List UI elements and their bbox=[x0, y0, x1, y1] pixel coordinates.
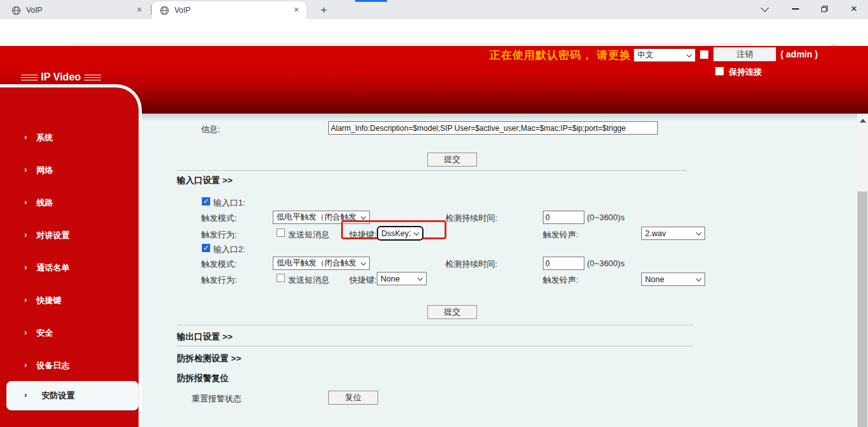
tab-title: VoIP bbox=[174, 6, 291, 15]
info-input[interactable] bbox=[328, 121, 658, 135]
globe-icon bbox=[160, 6, 169, 15]
sidebar-item-call-list[interactable]: ›通话名单 bbox=[0, 262, 139, 274]
sidebar-item-label: 通话名单 bbox=[36, 262, 70, 274]
tab-separator bbox=[151, 4, 151, 15]
chevron-down-icon bbox=[361, 260, 366, 265]
window-restore-button[interactable] bbox=[812, 0, 837, 18]
sidebar-item-label: 快捷键 bbox=[36, 295, 61, 306]
logged-in-user: ( admin ) bbox=[780, 49, 818, 59]
tab-close-icon[interactable]: × bbox=[134, 5, 144, 15]
tab-close-icon[interactable]: × bbox=[291, 5, 301, 15]
webpage: 正在使用默认密码， 请更换 中文 注销 ( admin ) 保持连接 IP Vi… bbox=[0, 46, 868, 427]
submit-button[interactable]: 提交 bbox=[427, 153, 477, 167]
duration-label: 检测持续时间: bbox=[445, 258, 498, 270]
chevron-down-icon bbox=[414, 230, 419, 235]
section-divider bbox=[177, 346, 693, 347]
keep-connected-label: 保持连接 bbox=[729, 66, 762, 78]
info-label: 信息: bbox=[201, 124, 220, 135]
chevron-down-icon bbox=[418, 275, 423, 280]
tab-voip-2-active[interactable]: VoIP × bbox=[152, 1, 307, 19]
send-sms-label: 发送短消息 bbox=[288, 229, 330, 241]
page-scrollbar[interactable] bbox=[857, 114, 868, 427]
scrollbar-thumb[interactable] bbox=[858, 191, 867, 427]
tamper-detection-section-title[interactable]: 防拆检测设置 >> bbox=[177, 353, 241, 364]
hotkey-select-port1[interactable]: DssKey1 bbox=[377, 226, 423, 241]
restore-icon bbox=[821, 6, 828, 12]
ring-value: None bbox=[645, 275, 664, 284]
header-checkbox[interactable] bbox=[700, 50, 708, 59]
submit-button[interactable]: 提交 bbox=[427, 305, 477, 319]
trigger-ring-select-port2[interactable]: None bbox=[641, 273, 705, 286]
main-content: 信息: 提交 输入口设置 >> ✓ 输入口1: 触发模式: 低电平触发（闭合触发… bbox=[142, 114, 868, 427]
sidebar-item-label: 网络 bbox=[36, 165, 53, 176]
duration-input-port2[interactable] bbox=[543, 257, 584, 270]
trigger-mode-label: 触发模式: bbox=[201, 258, 237, 270]
tab-search-chevron-button[interactable] bbox=[752, 0, 777, 18]
chevron-right-icon: › bbox=[24, 165, 27, 174]
sidebar-item-network[interactable]: ›网络 bbox=[0, 164, 139, 177]
logo-line1: IP Video bbox=[41, 71, 81, 83]
window-close-button[interactable]: × bbox=[841, 0, 867, 18]
duration-range: (0~3600)s bbox=[587, 213, 625, 222]
chevron-right-icon: › bbox=[24, 132, 27, 142]
input-port1-checkbox[interactable]: ✓ bbox=[202, 197, 210, 206]
trigger-ring-label: 触发铃声: bbox=[543, 274, 579, 286]
send-sms-checkbox-port1[interactable] bbox=[277, 228, 285, 237]
logo-stripes bbox=[21, 75, 38, 80]
duration-input-port1[interactable] bbox=[543, 211, 584, 224]
default-password-warning: 正在使用默认密码， 请更换 bbox=[489, 48, 631, 63]
sidebar-item-label: 设备日志 bbox=[36, 360, 70, 371]
hotkey-value: None bbox=[381, 274, 400, 283]
new-tab-button[interactable]: + bbox=[316, 3, 332, 18]
ring-value: 2.wav bbox=[645, 229, 666, 238]
reset-button[interactable]: 复位 bbox=[328, 391, 378, 405]
language-select-value: 中文 bbox=[637, 50, 653, 61]
chevron-right-icon: › bbox=[24, 230, 27, 239]
language-select[interactable]: 中文 bbox=[634, 49, 696, 62]
reset-alarm-status-label: 重置报警状态 bbox=[192, 393, 241, 405]
sidebar-item-label: 安防设置 bbox=[42, 390, 75, 401]
hotkey-label: 快捷键: bbox=[349, 229, 377, 241]
globe-icon bbox=[11, 6, 21, 15]
trigger-ring-select-port1[interactable]: 2.wav bbox=[641, 227, 705, 240]
trigger-mode-value: 低电平触发（闭合触发） bbox=[277, 258, 358, 269]
sidebar-item-line[interactable]: ›线路 bbox=[0, 197, 139, 209]
hotkey-label: 快捷键: bbox=[349, 274, 377, 286]
chevron-right-icon: › bbox=[24, 295, 27, 304]
tamper-alarm-reset-title: 防拆报警复位 bbox=[177, 373, 229, 384]
window-minimize-button[interactable] bbox=[782, 0, 808, 18]
sidebar-item-system[interactable]: ›系统 bbox=[0, 131, 139, 144]
sidebar-item-device-log[interactable]: ›设备日志 bbox=[0, 359, 139, 372]
sidebar-item-function-key[interactable]: ›快捷键 bbox=[0, 294, 139, 307]
chevron-right-icon: › bbox=[24, 390, 27, 400]
sidebar-item-intercom-settings[interactable]: ›对讲设置 bbox=[0, 229, 139, 242]
browser-tabstrip: VoIP × VoIP × + × bbox=[0, 0, 868, 19]
sidebar-nav: ›系统 ›网络 ›线路 ›对讲设置 ›通话名单 ›快捷键 ›安全 ›设备日志 ›… bbox=[0, 84, 142, 427]
input-port1-label: 输入口1: bbox=[213, 197, 245, 209]
sidebar-item-label: 安全 bbox=[36, 327, 53, 339]
input-port2-checkbox[interactable]: ✓ bbox=[202, 244, 210, 252]
scroll-up-arrow-icon[interactable] bbox=[860, 119, 866, 123]
chevron-right-icon: › bbox=[24, 360, 27, 370]
tab-voip-1[interactable]: VoIP × bbox=[4, 1, 149, 19]
logout-button[interactable]: 注销 bbox=[713, 47, 776, 61]
hotkey-select-port2[interactable]: None bbox=[377, 272, 427, 285]
send-sms-checkbox-port2[interactable] bbox=[277, 274, 285, 282]
browser-toolbar: ← → ↻ ⚠ 不安全 | 172.18.8.14 ☆ ⋮ bbox=[0, 19, 868, 46]
sidebar-item-security[interactable]: ›安全 bbox=[0, 327, 139, 340]
chevron-down-icon bbox=[696, 230, 701, 235]
send-sms-label: 发送短消息 bbox=[288, 274, 330, 286]
chevron-down-icon bbox=[687, 52, 692, 57]
duration-range: (0~3600)s bbox=[587, 258, 625, 268]
chevron-right-icon: › bbox=[24, 197, 27, 207]
sidebar-item-label: 对讲设置 bbox=[36, 230, 70, 241]
sidebar-item-security-settings-selected[interactable]: ›安防设置 bbox=[6, 381, 139, 410]
screen: VoIP × VoIP × + × ← → ↻ ⚠ 不安全 | 172.18.8… bbox=[0, 0, 868, 427]
section-divider bbox=[177, 325, 693, 326]
input-port-section-title[interactable]: 输入口设置 >> bbox=[177, 175, 232, 186]
keep-connected-checkbox[interactable] bbox=[715, 67, 724, 75]
chevron-down-icon bbox=[761, 4, 769, 12]
minimize-icon bbox=[792, 8, 799, 10]
output-port-section-title[interactable]: 输出口设置 >> bbox=[177, 331, 232, 343]
trigger-mode-select-port2[interactable]: 低电平触发（闭合触发） bbox=[273, 257, 370, 270]
